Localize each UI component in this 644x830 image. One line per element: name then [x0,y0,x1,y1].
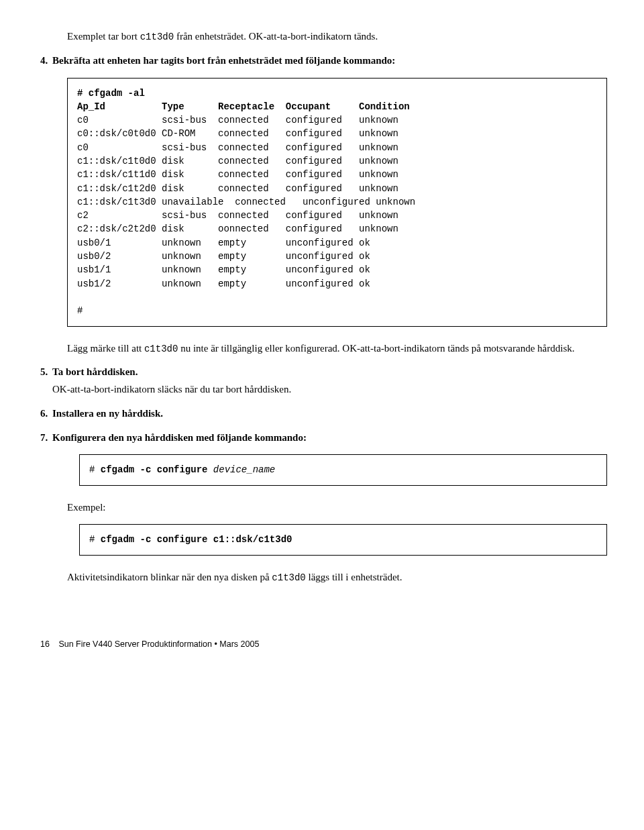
step-4-number: 4. [40,54,52,68]
box1-row: c2 scsi-bus connected configured unknown [77,210,398,221]
box1-row: c0 scsi-bus connected configured unknown [77,115,398,125]
box3-cmd: cfgadm -c configure c1::dsk/c1t3d0 [101,534,292,545]
intro-text-before: Exemplet tar bort [67,31,140,42]
exempel-label: Exempel: [67,501,607,515]
step-6-number: 6. [40,407,52,421]
step-7-number: 7. [40,431,52,446]
box1-row: c2::dsk/c2t2d0 disk oonnected configured… [77,223,398,234]
box1-tail: # [77,305,83,316]
page-number: 16 [40,638,50,650]
final-after: läggs till i enhetsträdet. [306,572,402,582]
note-paragraph: Lägg märke till att c1t3d0 nu inte är ti… [67,342,607,356]
box1-header: Ap_Id Type Receptacle Occupant Condition [77,101,410,112]
page-footer: 16 Sun Fire V440 Server Produktinformati… [40,638,607,650]
intro-paragraph: Exemplet tar bort c1t3d0 från enhetsträd… [67,30,607,44]
step-6-title: Installera en ny hårddisk. [52,407,163,421]
step-7: 7. Konfigurera den nya hårddisken med fö… [40,431,607,446]
terminal-output-box-1: # cfgadm -al Ap_Id Type Receptacle Occup… [67,78,607,327]
box1-cmd: # cfgadm -al [77,88,145,99]
footer-text: Sun Fire V440 Server Produktinformation … [58,639,259,649]
box1-row: c0 scsi-bus connected configured unknown [77,142,398,153]
step-5-number: 5. [40,365,52,380]
box2-prefix: # [89,464,101,475]
final-before: Aktivitetsindikatorn blinkar när den nya… [67,572,272,582]
note-before: Lägg märke till att [67,343,144,354]
terminal-command-box-2: # cfgadm -c configure device_name [79,454,607,485]
final-paragraph: Aktivitetsindikatorn blinkar när den nya… [67,570,607,585]
terminal-command-box-3: # cfgadm -c configure c1::dsk/c1t3d0 [79,524,607,555]
box1-row: c1::dsk/c1t3d0 unavailable connected unc… [77,197,415,207]
note-code: c1t3d0 [144,344,178,354]
box1-row: c1::dsk/c1t1d0 disk connected configured… [77,169,398,180]
step-7-title: Konfigurera den nya hårddisken med följa… [52,431,307,446]
box1-row: usb1/2 unknown empty unconfigured ok [77,278,370,289]
note-after: nu inte är tillgänglig eller konfigurera… [178,343,574,354]
box1-row: c1::dsk/c1t2d0 disk connected configured… [77,183,398,194]
final-code: c1t3d0 [272,572,305,583]
box2-arg: device_name [207,464,275,475]
box1-row: usb0/1 unknown empty unconfigured ok [77,238,370,248]
box1-row: c0::dsk/c0t0d0 CD-ROM connected configur… [77,128,398,139]
step-4: 4. Bekräfta att enheten har tagits bort … [40,54,607,68]
box1-row: usb1/1 unknown empty unconfigured ok [77,264,370,275]
box2-cmd: cfgadm -c configure [101,464,208,475]
intro-code: c1t3d0 [140,32,174,42]
step-5: 5. Ta bort hårddisken. [40,365,607,380]
box1-row: usb0/2 unknown empty unconfigured ok [77,251,370,262]
box3-prefix: # [89,534,101,545]
intro-text-after: från enhetsträdet. OK-att-ta-bort-indika… [174,31,378,42]
step-6: 6. Installera en ny hårddisk. [40,407,607,421]
step-4-title: Bekräfta att enheten har tagits bort frå… [52,54,395,68]
step-5-title: Ta bort hårddisken. [52,365,138,380]
box1-row: c1::dsk/c1t0d0 disk connected configured… [77,156,398,166]
step-5-sub: OK-att-ta-bort-indikatorn släcks när du … [52,382,607,397]
